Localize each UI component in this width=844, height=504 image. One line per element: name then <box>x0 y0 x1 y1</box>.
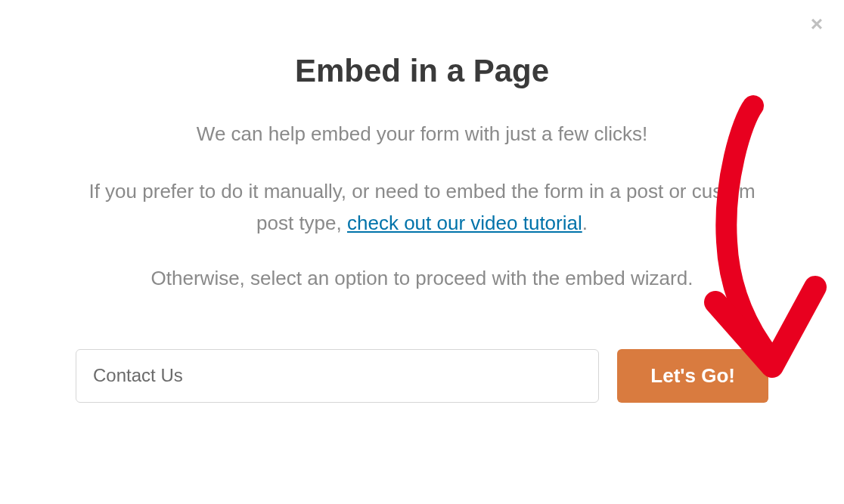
modal-proceed-text: Otherwise, select an option to proceed w… <box>76 263 768 295</box>
embed-modal: × Embed in a Page We can help embed your… <box>0 0 844 504</box>
video-tutorial-link[interactable]: check out our video tutorial <box>347 212 582 234</box>
embed-form-row: Let's Go! <box>76 349 768 403</box>
close-icon[interactable]: × <box>811 14 823 35</box>
modal-instructions: If you prefer to do it manually, or need… <box>76 176 768 239</box>
modal-subtitle: We can help embed your form with just a … <box>76 119 768 149</box>
page-title-input[interactable] <box>76 349 599 403</box>
lets-go-button[interactable]: Let's Go! <box>617 349 768 403</box>
instructions-text-after: . <box>582 212 588 234</box>
modal-title: Embed in a Page <box>76 53 768 89</box>
